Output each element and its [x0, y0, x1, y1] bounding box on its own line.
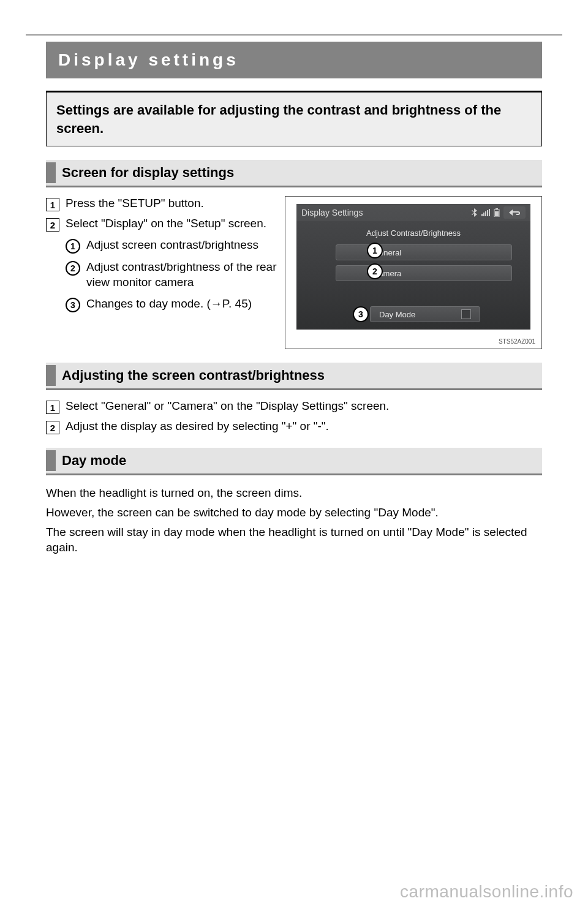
back-button[interactable]	[503, 206, 526, 219]
intro-box: Settings are available for adjusting the…	[46, 91, 542, 146]
screenshot-inner: Display Settings	[296, 204, 530, 330]
top-rule	[26, 34, 562, 36]
section2-body: 1 Select "General" or "Camera" on the "D…	[46, 390, 542, 434]
callout-num-2: 2	[66, 261, 80, 276]
callout-3: 3 Changes to day mode. (→P. 45)	[66, 296, 282, 312]
step-number-2: 2	[46, 218, 59, 232]
day-mode-p3: The screen will stay in day mode when th…	[46, 524, 542, 556]
adj-step-1: 1 Select "General" or "Camera" on the "D…	[46, 399, 542, 414]
subheading-label: Screen for display settings	[62, 162, 234, 183]
option-camera[interactable]: Camera	[336, 265, 512, 281]
screenshot-subtitle: Adjust Contrast/Brightness	[296, 228, 530, 238]
option-general[interactable]: General	[336, 244, 512, 260]
callout-num-1: 1	[66, 239, 80, 254]
section1-row: 1 Press the "SETUP" button. 2 Select "Di…	[46, 187, 542, 349]
callout-text-3: Changes to day mode. (→P. 45)	[86, 296, 252, 312]
svg-rect-3	[487, 210, 488, 216]
manual-page: Display settings Settings are available …	[0, 0, 588, 909]
section1-right: Display Settings	[282, 187, 542, 349]
battery-icon	[494, 208, 500, 217]
day-mode-button[interactable]: Day Mode	[370, 306, 480, 322]
svg-rect-2	[485, 211, 486, 216]
svg-rect-0	[481, 214, 483, 216]
svg-rect-7	[495, 211, 499, 216]
adj-step-number-1: 1	[46, 401, 59, 414]
subheading-label: Day mode	[62, 450, 126, 471]
step-text-1: Press the "SETUP" button.	[66, 196, 204, 211]
screenshot-title: Display Settings	[301, 208, 363, 217]
day-mode-checkbox[interactable]	[461, 309, 471, 319]
step-2: 2 Select "Display" on the "Setup" screen…	[46, 216, 282, 232]
page-content: Display settings Settings are available …	[46, 42, 542, 556]
day-mode-label: Day Mode	[379, 310, 415, 319]
screenshot-frame: Display Settings	[285, 196, 542, 349]
annotation-3: 3	[353, 306, 369, 322]
bluetooth-icon	[472, 208, 478, 217]
adj-step-number-2: 2	[46, 421, 59, 434]
adj-step-2: 2 Adjust the display as desired by selec…	[46, 419, 542, 434]
signal-icon	[481, 209, 490, 216]
subheading-label: Adjusting the screen contrast/brightness	[62, 365, 325, 386]
svg-rect-4	[489, 209, 490, 216]
step-text-2: Select "Display" on the "Setup" screen.	[66, 216, 266, 232]
day-mode-p2: However, the screen can be switched to d…	[46, 505, 542, 521]
page-title: Display settings	[46, 42, 542, 78]
watermark: carmanualsonline.info	[400, 882, 573, 902]
subheading-bar	[46, 162, 56, 183]
adj-step-text-2: Adjust the display as desired by selecti…	[66, 419, 329, 434]
subheading-day-mode: Day mode	[46, 448, 542, 475]
status-icons	[472, 206, 526, 219]
step-number-1: 1	[46, 198, 59, 211]
page-top-band	[0, 0, 588, 36]
callout-text-1: Adjust screen contrast/brightness	[86, 238, 258, 253]
subheading-bar	[46, 450, 56, 471]
day-mode-p1: When the headlight is turned on, the scr…	[46, 485, 542, 501]
subheading-adjust: Adjusting the screen contrast/brightness	[46, 363, 542, 390]
step-1: 1 Press the "SETUP" button.	[46, 196, 282, 211]
callout-text-2: Adjust contrast/brightness of the rear v…	[86, 260, 282, 290]
adj-step-text-1: Select "General" or "Camera" on the "Dis…	[66, 399, 389, 414]
callout-2: 2 Adjust contrast/brightness of the rear…	[66, 260, 282, 290]
subheading-bar	[46, 365, 56, 386]
callout-1: 1 Adjust screen contrast/brightness	[66, 238, 282, 254]
section1-left: 1 Press the "SETUP" button. 2 Select "Di…	[46, 187, 282, 349]
subheading-display-settings: Screen for display settings	[46, 160, 542, 187]
screenshot-statusbar: Display Settings	[296, 204, 530, 221]
back-arrow-icon	[508, 209, 521, 216]
day-mode-body: When the headlight is turned on, the scr…	[46, 485, 542, 556]
screenshot-code: STS52AZ001	[499, 338, 535, 345]
svg-rect-1	[483, 213, 484, 216]
callout-num-3: 3	[66, 298, 80, 312]
